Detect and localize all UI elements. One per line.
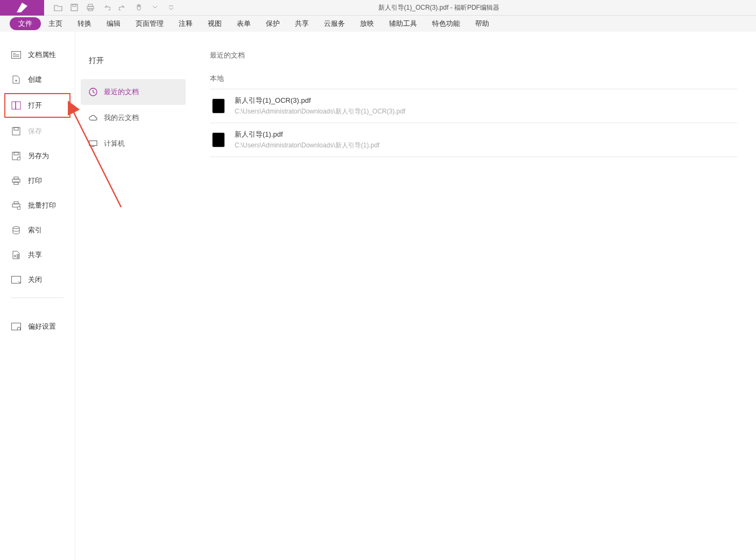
open-item-label: 最近的文档 [104, 87, 139, 97]
sidebar-item-saveas[interactable]: 另存为 [0, 144, 75, 168]
feather-icon [16, 2, 29, 13]
file-path: C:\Users\Administrator\Downloads\新人引导(1)… [235, 107, 735, 116]
content-subheader: 本地 [210, 74, 737, 83]
svg-point-25 [17, 257, 19, 258]
svg-rect-1 [73, 4, 76, 6]
svg-point-15 [17, 157, 20, 160]
tab-form[interactable]: 表单 [229, 16, 258, 31]
cloud-icon [89, 114, 97, 122]
dropdown-icon[interactable] [151, 3, 159, 12]
titlebar: 新人引导(1)_OCR(3).pdf - 福昕PDF编辑器 [0, 0, 756, 16]
sidebar-item-share[interactable]: 共享 [0, 243, 75, 267]
open-sidebar: 打开 最近的文档 我的云文档 计算机 [75, 32, 191, 560]
recent-icon [89, 88, 97, 96]
main-area: 文档属性 创建 打开 保存 另存为 打印 批量打印 索引 [0, 32, 756, 560]
svg-rect-16 [14, 177, 18, 179]
quick-access-toolbar [44, 3, 175, 12]
recent-file-item[interactable]: 新人引导(1).pdf C:\Users\Administrator\Downl… [210, 123, 737, 157]
tab-features[interactable]: 特色功能 [425, 16, 468, 31]
svg-rect-2 [88, 4, 93, 6]
print-icon [11, 176, 22, 185]
sidebar-label: 偏好设置 [28, 322, 56, 331]
content-header: 最近的文档 [210, 51, 737, 60]
svg-rect-30 [89, 141, 97, 146]
tab-edit[interactable]: 编辑 [99, 16, 128, 31]
tab-pages[interactable]: 页面管理 [128, 16, 171, 31]
pdf-file-icon [212, 132, 225, 147]
sidebar-label: 批量打印 [28, 201, 56, 210]
folder-open-icon[interactable] [54, 3, 62, 12]
open-icon [11, 101, 22, 110]
svg-rect-9 [12, 102, 16, 109]
sidebar-item-close[interactable]: 关闭 [0, 267, 75, 292]
tab-view[interactable]: 视图 [200, 16, 229, 31]
file-info: 新人引导(1).pdf C:\Users\Administrator\Downl… [235, 130, 735, 150]
sidebar-label: 索引 [28, 225, 42, 235]
hand-icon[interactable] [135, 3, 143, 12]
file-name: 新人引导(1)_OCR(3).pdf [235, 96, 735, 105]
tab-cloud[interactable]: 云服务 [316, 16, 352, 31]
recent-file-item[interactable]: 新人引导(1)_OCR(3).pdf C:\Users\Administrato… [210, 89, 737, 123]
open-sidebar-header: 打开 [81, 51, 186, 71]
svg-point-23 [15, 256, 16, 257]
sidebar-item-preferences[interactable]: 偏好设置 [0, 314, 75, 339]
open-item-cloud[interactable]: 我的云文档 [81, 105, 186, 131]
customize-icon[interactable] [167, 3, 175, 12]
batchprint-icon [11, 201, 22, 210]
open-item-label: 计算机 [104, 139, 125, 148]
sidebar-label: 另存为 [28, 151, 49, 161]
close-icon [11, 275, 22, 284]
sidebar-label: 关闭 [28, 275, 42, 285]
computer-icon [89, 139, 97, 148]
sidebar-item-index[interactable]: 索引 [0, 218, 75, 243]
redo-icon[interactable] [118, 3, 127, 12]
sidebar-item-batchprint[interactable]: 批量打印 [0, 193, 75, 218]
tab-present[interactable]: 放映 [352, 16, 381, 31]
sidebar-label: 打印 [28, 176, 42, 186]
sidebar-item-properties[interactable]: 文档属性 [0, 42, 75, 67]
sidebar-label: 保存 [28, 126, 42, 136]
create-icon [11, 75, 22, 84]
window-title: 新人引导(1)_OCR(3).pdf - 福昕PDF编辑器 [175, 3, 702, 12]
sidebar-item-print[interactable]: 打印 [0, 168, 75, 193]
tab-home[interactable]: 主页 [41, 16, 70, 31]
svg-point-24 [17, 254, 19, 256]
recent-file-list: 新人引导(1)_OCR(3).pdf C:\Users\Administrato… [210, 89, 737, 157]
tab-protect[interactable]: 保护 [258, 16, 287, 31]
save-icon[interactable] [70, 3, 79, 12]
undo-icon[interactable] [102, 3, 111, 12]
sidebar-label: 共享 [28, 250, 42, 260]
svg-rect-12 [14, 127, 18, 130]
open-item-computer[interactable]: 计算机 [81, 131, 186, 157]
tab-convert[interactable]: 转换 [70, 16, 99, 31]
sidebar-item-open[interactable]: 打开 [4, 93, 70, 118]
svg-point-28 [17, 327, 20, 330]
file-menu-sidebar: 文档属性 创建 打开 保存 另存为 打印 批量打印 索引 [0, 32, 75, 560]
sidebar-label: 创建 [28, 75, 42, 84]
svg-rect-10 [16, 102, 20, 109]
svg-rect-19 [14, 202, 18, 204]
svg-rect-14 [14, 152, 18, 155]
share-icon [11, 251, 22, 259]
file-info: 新人引导(1)_OCR(3).pdf C:\Users\Administrato… [235, 96, 735, 116]
index-icon [11, 226, 22, 235]
saveas-icon [11, 152, 22, 160]
tab-accessibility[interactable]: 辅助工具 [381, 16, 425, 31]
tab-help[interactable]: 帮助 [468, 16, 497, 31]
file-path: C:\Users\Administrator\Downloads\新人引导(1)… [235, 141, 735, 150]
ribbon-tabs: 文件 主页 转换 编辑 页面管理 注释 视图 表单 保护 共享 云服务 放映 辅… [0, 16, 756, 32]
svg-point-22 [13, 226, 19, 229]
svg-rect-11 [12, 127, 20, 135]
tab-share[interactable]: 共享 [287, 16, 316, 31]
sidebar-item-create[interactable]: 创建 [0, 67, 75, 92]
content-area: 最近的文档 本地 新人引导(1)_OCR(3).pdf C:\Users\Adm… [191, 32, 756, 560]
tab-file[interactable]: 文件 [10, 17, 41, 30]
svg-rect-0 [71, 4, 77, 11]
open-item-recent[interactable]: 最近的文档 [81, 79, 186, 105]
tab-comment[interactable]: 注释 [171, 16, 200, 31]
sidebar-label: 打开 [28, 101, 42, 110]
open-item-label: 我的云文档 [104, 113, 139, 123]
app-logo [0, 0, 44, 16]
sidebar-label: 文档属性 [28, 50, 56, 60]
print-icon[interactable] [86, 3, 95, 12]
